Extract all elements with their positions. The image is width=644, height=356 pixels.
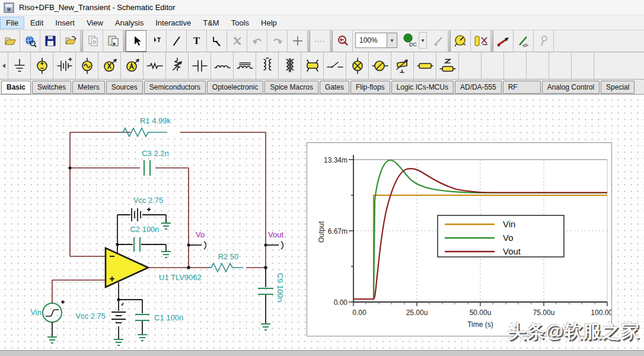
tab-flip-flops[interactable]: Flip-flops bbox=[350, 81, 390, 94]
coupled-inductor-button[interactable] bbox=[256, 52, 279, 79]
resistor-r1[interactable]: R1 4.99k bbox=[120, 116, 180, 137]
lamp-button[interactable] bbox=[346, 52, 369, 79]
ground-icon bbox=[15, 59, 24, 71]
menu-view[interactable]: View bbox=[81, 17, 109, 29]
svg-text:DC: DC bbox=[409, 42, 417, 47]
xtick-50: 50.00u bbox=[470, 309, 492, 317]
crosshair-icon bbox=[293, 36, 302, 46]
tab-ad-da-555[interactable]: AD/DA-555 bbox=[455, 81, 502, 94]
zoom-out-button[interactable] bbox=[333, 30, 353, 52]
signal-arrow-button[interactable] bbox=[493, 30, 514, 52]
save-button[interactable] bbox=[40, 30, 60, 52]
menu-tools[interactable]: Tools bbox=[225, 17, 255, 29]
tab-gates[interactable]: Gates bbox=[320, 81, 349, 94]
ground-button[interactable] bbox=[8, 52, 31, 79]
tab-optoelectronic[interactable]: Optoelectronic bbox=[207, 81, 263, 94]
tab-basic[interactable]: Basic bbox=[1, 81, 31, 94]
chevron-down-icon[interactable]: ▼ bbox=[387, 33, 397, 47]
import-button[interactable] bbox=[60, 30, 81, 52]
chevron-down-icon[interactable]: ▼ bbox=[419, 32, 427, 49]
find-button[interactable] bbox=[20, 30, 40, 52]
menu-insert[interactable]: Insert bbox=[49, 17, 81, 29]
capacitor-button[interactable] bbox=[189, 52, 211, 79]
probe-pen-button[interactable] bbox=[428, 30, 448, 52]
component-tab-bar: Basic Switches Meters Sources Semiconduc… bbox=[0, 80, 644, 95]
generator-button[interactable] bbox=[76, 52, 98, 79]
crosshair-button[interactable] bbox=[288, 30, 308, 52]
transformer-button[interactable] bbox=[279, 52, 301, 79]
cut-button[interactable] bbox=[227, 30, 247, 52]
capacitor-c3[interactable]: C3 2.2n bbox=[140, 149, 169, 176]
battery-vcc-top[interactable]: Vcc 2.75 bbox=[117, 196, 171, 229]
draw-pen-button[interactable] bbox=[514, 30, 534, 52]
menu-analysis[interactable]: Analysis bbox=[109, 17, 149, 29]
transient-plot-window[interactable]: 13.34m 6.67m 0.00 0.00 25.00u 50.00u 75.… bbox=[307, 142, 612, 336]
capacitor-c1[interactable]: C1 100n bbox=[119, 300, 183, 341]
impedance-button[interactable] bbox=[436, 52, 459, 79]
component-tester-button[interactable] bbox=[471, 30, 491, 52]
pen-tool-button[interactable] bbox=[167, 30, 187, 52]
tab-analog-control[interactable]: Analog Control bbox=[542, 81, 600, 94]
schematic-canvas[interactable]: R1 4.99k C3 2.2n Vcc 2.75 C2 100n bbox=[0, 95, 644, 356]
fuse-button[interactable] bbox=[414, 52, 436, 79]
component-cursor-button[interactable] bbox=[146, 30, 167, 52]
resistor-r2[interactable]: R2 50 bbox=[208, 252, 243, 272]
voltmeter-button[interactable] bbox=[98, 52, 121, 79]
tab-semiconductors[interactable]: Semiconductors bbox=[144, 81, 206, 94]
open-button[interactable] bbox=[0, 30, 20, 52]
more-options-button[interactable]: ···· bbox=[310, 30, 330, 52]
probe-vout[interactable]: Vout bbox=[264, 230, 283, 249]
switch-button[interactable] bbox=[324, 52, 346, 79]
cut-icon bbox=[234, 37, 241, 44]
zoom-level-select[interactable]: 100% ▼ bbox=[355, 33, 397, 48]
potentiometer-button[interactable] bbox=[166, 52, 189, 79]
menu-edit[interactable]: Edit bbox=[24, 17, 49, 29]
tab-meters[interactable]: Meters bbox=[72, 81, 105, 94]
tab-spice-macros[interactable]: Spice Macros bbox=[264, 81, 318, 94]
battery-button[interactable] bbox=[53, 52, 76, 79]
trimmer-button[interactable] bbox=[391, 52, 414, 79]
copy-button[interactable] bbox=[83, 30, 103, 52]
xtick-100: 100.00u bbox=[591, 309, 611, 317]
capacitor-c2[interactable]: C2 100n bbox=[116, 215, 171, 258]
battery-vcc-bottom[interactable]: Vcc 2.75 bbox=[75, 298, 126, 345]
meter-button[interactable] bbox=[451, 30, 471, 52]
resistor-button[interactable] bbox=[144, 52, 166, 79]
tab-sources[interactable]: Sources bbox=[106, 81, 143, 94]
ammeter-button[interactable] bbox=[121, 52, 144, 79]
paste-icon bbox=[109, 36, 118, 46]
menu-tm[interactable]: T&M bbox=[197, 17, 225, 29]
motor-icon bbox=[372, 61, 388, 71]
svg-text:C2 100n: C2 100n bbox=[130, 225, 159, 234]
probe-button[interactable] bbox=[534, 30, 554, 52]
net-inputs[interactable] bbox=[52, 280, 106, 304]
wire-tool-button[interactable] bbox=[207, 30, 227, 52]
text-tool-button[interactable]: T bbox=[187, 30, 207, 52]
undo-button[interactable] bbox=[247, 30, 267, 52]
generator-icon bbox=[82, 58, 92, 74]
tab-rf[interactable]: RF bbox=[503, 81, 541, 94]
opamp-u1[interactable]: U1 TLV9062 bbox=[106, 244, 202, 300]
scroll-left-button[interactable] bbox=[0, 52, 8, 79]
relay-button[interactable] bbox=[301, 52, 324, 79]
capacitor-c9[interactable]: C9 100n bbox=[258, 268, 285, 330]
wire-tool-icon bbox=[213, 37, 221, 46]
dc-interactive-toggle[interactable]: DC ▼ bbox=[401, 33, 427, 48]
menu-help[interactable]: Help bbox=[255, 17, 283, 29]
battery-icon bbox=[58, 58, 72, 71]
menu-file[interactable]: File bbox=[0, 17, 24, 29]
tab-logic-ics-mcus[interactable]: Logic ICs-MCUs bbox=[391, 81, 454, 94]
redo-button[interactable] bbox=[267, 30, 288, 52]
voltage-source-button[interactable] bbox=[31, 52, 53, 79]
motor-button[interactable] bbox=[369, 52, 391, 79]
inductor-core-button[interactable] bbox=[234, 52, 256, 79]
probe-vo[interactable]: Vo bbox=[187, 230, 206, 249]
source-vin[interactable]: Vin bbox=[30, 300, 65, 343]
tab-special[interactable]: Special bbox=[601, 81, 635, 94]
inductor-button[interactable] bbox=[211, 52, 234, 79]
paste-button[interactable] bbox=[103, 30, 123, 52]
svg-text:C9 100n: C9 100n bbox=[276, 273, 285, 302]
tab-switches[interactable]: Switches bbox=[32, 81, 71, 94]
menu-interactive[interactable]: Interactive bbox=[149, 17, 197, 29]
cursor-tool-button[interactable] bbox=[126, 30, 146, 52]
